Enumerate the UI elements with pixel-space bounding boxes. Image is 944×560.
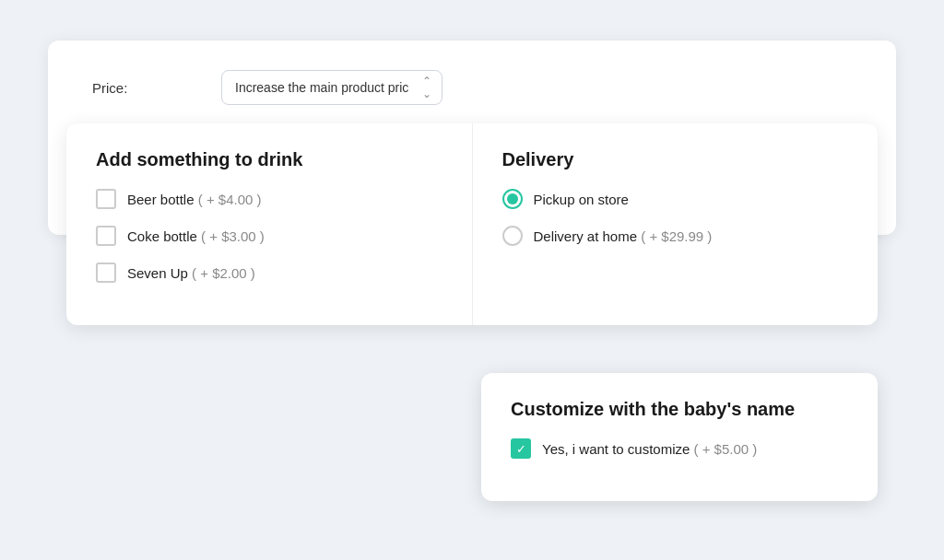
delivery-home-label: Delivery at home ( + $29.99 ) (534, 228, 713, 244)
price-select[interactable]: Increase the main product price Decrease… (221, 70, 442, 105)
price-row: Price: Increase the main product price D… (92, 70, 852, 105)
pickup-label: Pickup on store (534, 192, 629, 207)
sevenup-label: Seven Up ( + $2.00 ) (127, 265, 255, 281)
checkbox-coke[interactable] (96, 226, 116, 246)
checkbox-customize[interactable]: ✓ (511, 438, 531, 459)
radio-pickup[interactable] (502, 189, 523, 209)
beer-label: Beer bottle ( + $4.00 ) (127, 192, 262, 207)
checkbox-sevenup[interactable] (96, 262, 116, 283)
price-select-wrapper: Increase the main product price Decrease… (221, 70, 442, 105)
delivery-title: Delivery (502, 149, 849, 170)
list-item: Coke bottle ( + $3.00 ) (96, 226, 442, 246)
coke-label: Coke bottle ( + $3.00 ) (127, 228, 265, 244)
scene: Price: Increase the main product price D… (48, 41, 896, 519)
drinks-section: Add something to drink Beer bottle ( + $… (66, 123, 472, 325)
customize-label: Yes, i want to customize ( + $5.00 ) (542, 441, 757, 457)
list-item: Seven Up ( + $2.00 ) (96, 262, 442, 283)
checkbox-beer[interactable] (96, 189, 116, 209)
customize-card: Customize with the baby's name ✓ Yes, i … (481, 373, 878, 501)
list-item: Delivery at home ( + $29.99 ) (502, 226, 849, 246)
list-item: ✓ Yes, i want to customize ( + $5.00 ) (511, 438, 848, 459)
drinks-title: Add something to drink (96, 149, 442, 170)
customize-title: Customize with the baby's name (511, 399, 848, 420)
price-label: Price: (92, 80, 221, 96)
drinks-delivery-card: Add something to drink Beer bottle ( + $… (66, 123, 878, 325)
list-item: Pickup on store (502, 189, 849, 209)
radio-delivery[interactable] (502, 226, 523, 246)
list-item: Beer bottle ( + $4.00 ) (96, 189, 442, 209)
delivery-section: Delivery Pickup on store Delivery at hom… (472, 123, 879, 325)
